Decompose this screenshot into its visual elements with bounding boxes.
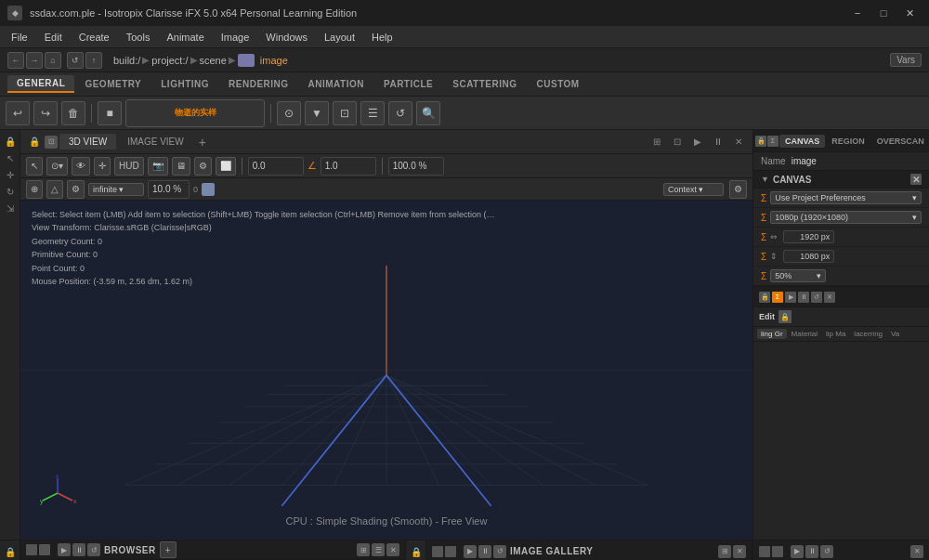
sidebar-icon-move[interactable]: ✛ [3, 167, 18, 182]
rpb-close-icon[interactable]: ✕ [910, 545, 923, 558]
gallery-grid-icon[interactable]: ⊞ [718, 545, 731, 558]
rp-subtab-2[interactable]: Material [788, 329, 821, 339]
vp-lock-icon[interactable]: 🔒 [26, 134, 43, 150]
rp-edit-lock[interactable]: 🔒 [779, 310, 792, 323]
menu-animate[interactable]: Animate [159, 30, 211, 45]
vp-close-icon[interactable]: ✕ [730, 134, 747, 150]
vp-options-btn[interactable]: ⚙ [729, 180, 747, 199]
vp-context-select[interactable]: Context ▾ [663, 183, 724, 196]
rp-subtab-4[interactable]: lacerring [850, 329, 886, 339]
gallery-strip-icon[interactable]: 🔒 [409, 544, 424, 559]
tool-btn-2[interactable]: ▼ [305, 101, 329, 125]
vp-filter-btn[interactable]: ⊙▾ [46, 157, 68, 176]
tab-general[interactable]: GENERAL [7, 75, 74, 93]
tab-animation[interactable]: ANIMATION [299, 76, 373, 92]
menu-tools[interactable]: Tools [119, 30, 158, 45]
vp-compass-btn[interactable]: ⊕ [26, 180, 43, 199]
nav-forward-button[interactable]: → [26, 52, 43, 69]
breadcrumb-scene[interactable]: scene [200, 55, 227, 66]
tab-rendering[interactable]: RENDERING [219, 76, 298, 92]
vp-step-field[interactable]: 10.0 % [148, 180, 190, 199]
tab-geometry[interactable]: GEOMETRY [75, 76, 150, 92]
rp-subtab-3[interactable]: lip Ma [822, 329, 849, 339]
rp-sub-pause[interactable]: ⏸ [798, 292, 809, 303]
rpb-play[interactable]: ▶ [791, 545, 804, 558]
vp-grid-icon[interactable]: ⊞ [648, 134, 665, 150]
breadcrumb-build[interactable]: build:/ [113, 55, 140, 66]
menu-layout[interactable]: Layout [317, 30, 362, 45]
browser-add-btn[interactable]: + [160, 541, 177, 558]
close-button[interactable]: ✕ [897, 4, 922, 22]
vars-button[interactable]: Vars [890, 53, 922, 67]
vp-bg-btn[interactable]: ⬜ [216, 157, 236, 176]
rp-sub-play[interactable]: ▶ [785, 292, 796, 303]
rp-name-value[interactable]: image [792, 156, 817, 166]
undo-button[interactable]: ↩ [6, 101, 30, 125]
vp-cursor-btn[interactable]: ↖ [26, 157, 43, 176]
rp-preference-select[interactable]: Use Project Preferences ▾ [770, 191, 922, 204]
sidebar-icon-rotate[interactable]: ↻ [3, 184, 18, 199]
rp-sigma-icon[interactable]: Σ [767, 136, 779, 147]
rpb-lock[interactable] [759, 546, 770, 557]
rp-sub-refresh[interactable]: ↺ [811, 292, 822, 303]
tab-lighting[interactable]: LIGHTING [151, 76, 218, 92]
nav-home-button[interactable]: ⌂ [45, 52, 61, 69]
menu-help[interactable]: Help [364, 30, 400, 45]
vp-hud-btn[interactable]: HUD [114, 157, 144, 176]
tab-scattering[interactable]: SCATTERING [443, 76, 526, 92]
tab-particle[interactable]: PARTICLE [374, 76, 442, 92]
rp-sub-sigma[interactable]: Σ [772, 292, 783, 303]
menu-edit[interactable]: Edit [37, 30, 70, 45]
gallery-play[interactable]: ▶ [464, 545, 477, 558]
vp-snap-icon[interactable]: ⊡ [45, 136, 58, 149]
vp-triangle-btn[interactable]: △ [46, 180, 63, 199]
menu-image[interactable]: Image [214, 30, 257, 45]
vp-zoom-field[interactable]: 100.0 % [388, 157, 444, 176]
vp-tab-3d[interactable]: 3D VIEW [59, 134, 116, 150]
browser-close-icon[interactable]: ✕ [386, 543, 399, 556]
rp-tab-region[interactable]: REGION [826, 135, 870, 148]
vp-play-icon[interactable]: ▶ [689, 134, 706, 150]
vp-y-field[interactable]: 1.0 [321, 157, 376, 176]
vp-gear-btn[interactable]: ⚙ [194, 157, 212, 176]
browser-icon-1[interactable] [39, 544, 50, 555]
rp-canvas-arrow[interactable]: ▼ [761, 175, 769, 184]
vp-tab-add[interactable]: + [195, 135, 210, 150]
vp-eye-btn[interactable]: 👁 [72, 157, 90, 176]
nav-refresh-button[interactable]: ↺ [67, 52, 84, 69]
sidebar-icon-scale[interactable]: ⇲ [3, 201, 18, 215]
vp-quad-icon[interactable]: ⊡ [669, 134, 686, 150]
redo-button[interactable]: ↪ [33, 101, 58, 125]
gallery-lock[interactable] [432, 546, 443, 557]
tool-btn-1[interactable]: ⊙ [277, 101, 301, 125]
bottom-icon-1[interactable]: 🔒 [3, 544, 18, 559]
rp-width-field[interactable]: 1920 px [783, 230, 834, 243]
rp-sub-lock[interactable]: 🔒 [759, 292, 770, 303]
rpb-refresh[interactable]: ↺ [820, 545, 833, 558]
browser-lock[interactable] [26, 544, 37, 555]
rpb-pause[interactable]: ⏸ [805, 545, 818, 558]
sidebar-icon-cursor[interactable]: ↖ [3, 150, 18, 165]
menu-windows[interactable]: Windows [258, 30, 315, 45]
rp-tab-canvas[interactable]: CANVAS [779, 135, 825, 148]
rp-sub-close[interactable]: ✕ [824, 292, 835, 303]
rp-height-field[interactable]: 1080 px [783, 250, 834, 263]
tool-btn-6[interactable]: 🔍 [416, 101, 440, 125]
rp-lock-icon[interactable]: 🔒 [755, 136, 766, 147]
nav-up-button[interactable]: ↑ [85, 52, 102, 69]
rp-resolution-select[interactable]: 1080p (1920×1080) ▾ [770, 211, 922, 224]
vp-x-field[interactable]: 0.0 [248, 157, 304, 176]
breadcrumb-project[interactable]: project:/ [151, 55, 188, 66]
rp-zoom-select[interactable]: 50% ▾ [770, 269, 826, 282]
gallery-icon-1[interactable] [445, 546, 456, 557]
browser-grid-icon[interactable]: ⊞ [357, 543, 370, 556]
vp-infinite-select[interactable]: infinite ▾ [88, 183, 144, 196]
gallery-refresh[interactable]: ↺ [493, 545, 506, 558]
tool-btn-3[interactable]: ⊡ [333, 101, 357, 125]
vp-move-btn[interactable]: ✛ [94, 157, 111, 176]
menu-file[interactable]: File [4, 30, 35, 45]
square-button[interactable]: ■ [98, 101, 122, 125]
menu-create[interactable]: Create [72, 30, 117, 45]
gallery-close-icon[interactable]: ✕ [733, 545, 746, 558]
sidebar-icon-lock[interactable]: 🔒 [3, 134, 18, 149]
